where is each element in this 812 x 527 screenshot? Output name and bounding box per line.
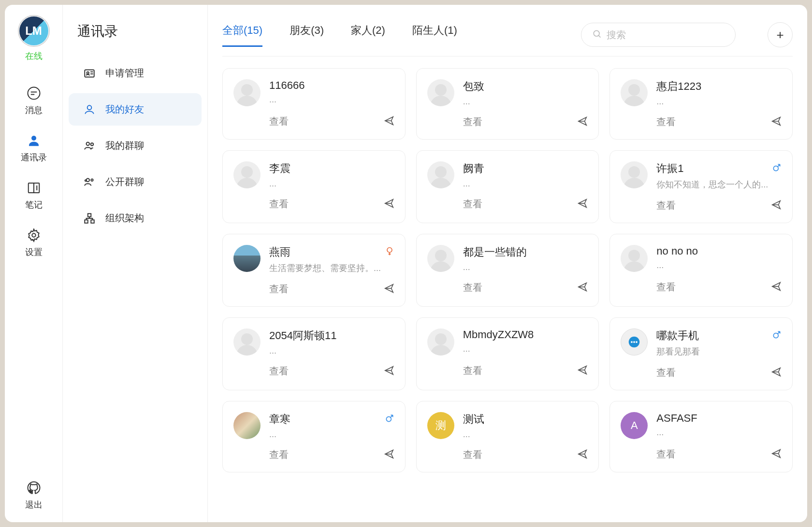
svg-point-10: [91, 179, 93, 181]
rail-item-settings[interactable]: 设置: [25, 228, 43, 258]
sidebar-item-label: 公开群聊: [105, 175, 144, 188]
contact-name: 包致: [463, 79, 588, 94]
contact-status: ...: [269, 429, 394, 440]
sidebar-item-label: 组织架构: [105, 212, 144, 225]
plus-icon: +: [776, 28, 783, 43]
contact-card: 测 测试 ... 查看: [416, 401, 599, 472]
svg-point-6: [87, 105, 92, 110]
sidebar-item-org[interactable]: 组织架构: [69, 202, 202, 234]
send-icon[interactable]: [577, 282, 588, 294]
avatar: [621, 79, 648, 106]
send-icon[interactable]: [771, 367, 782, 379]
send-icon[interactable]: [771, 199, 782, 212]
sidebar-item-apply[interactable]: 申请管理: [69, 57, 202, 89]
view-button[interactable]: 查看: [463, 448, 482, 461]
contact-name: 李震: [269, 161, 394, 176]
rail-item-contacts[interactable]: 通讯录: [21, 133, 47, 163]
svg-point-20: [633, 341, 635, 343]
send-icon[interactable]: [771, 281, 782, 294]
message-icon: [27, 86, 41, 100]
rail-item-logout[interactable]: 退出: [25, 481, 43, 511]
sidebar-item-groups[interactable]: 我的群聊: [69, 129, 202, 162]
user-avatar[interactable]: LM: [19, 16, 48, 45]
contact-card: 包致 ... 查看: [416, 68, 599, 140]
contact-status: ...: [463, 97, 588, 107]
add-button[interactable]: +: [768, 22, 793, 47]
view-button[interactable]: 查看: [656, 281, 676, 294]
search-box[interactable]: [581, 23, 736, 47]
tab-all[interactable]: 全部(15): [222, 23, 262, 47]
contact-name: 燕雨: [269, 245, 381, 259]
send-icon[interactable]: [384, 115, 394, 128]
contact-name: 哪款手机: [656, 328, 768, 343]
user-icon: [83, 103, 96, 116]
view-button[interactable]: 查看: [269, 198, 289, 211]
send-icon[interactable]: [384, 365, 394, 378]
app-window: LM 在线 消息 通讯录 笔记 设置: [5, 5, 807, 522]
svg-point-5: [87, 71, 89, 73]
send-icon[interactable]: [577, 116, 588, 128]
avatar: [621, 161, 648, 188]
view-button[interactable]: 查看: [656, 448, 676, 461]
contact-name: no no no: [656, 245, 782, 257]
rail-item-messages[interactable]: 消息: [25, 86, 43, 116]
sidebar-item-friends[interactable]: 我的好友: [69, 93, 202, 126]
search-input[interactable]: [607, 29, 729, 41]
sidebar-item-public[interactable]: 公开群聊: [69, 166, 202, 198]
contact-status: ...: [463, 262, 588, 272]
svg-point-15: [594, 30, 599, 36]
send-icon[interactable]: [384, 449, 394, 461]
contact-name: 许振1: [656, 161, 768, 176]
avatar: [233, 79, 261, 106]
contact-status: ...: [656, 427, 782, 438]
divider: [222, 56, 793, 57]
send-icon[interactable]: [577, 198, 588, 211]
main-panel: 全部(15) 朋友(3) 家人(2) 陌生人(1) + 116666: [208, 5, 807, 522]
view-button[interactable]: 查看: [656, 199, 676, 212]
contact-icon: [27, 133, 41, 148]
rail-item-label: 通讯录: [21, 152, 47, 163]
tab-strangers[interactable]: 陌生人(1): [412, 23, 457, 47]
contact-card: 燕雨 生活需要梦想、需要坚持。... 查看: [222, 234, 406, 307]
gear-icon: [27, 228, 41, 242]
avatar: 测: [427, 412, 454, 439]
contact-status: ...: [269, 346, 394, 356]
view-button[interactable]: 查看: [269, 365, 289, 378]
view-button[interactable]: 查看: [269, 115, 289, 128]
contact-name: 116666: [269, 79, 394, 92]
send-icon[interactable]: [771, 448, 782, 461]
send-icon[interactable]: [577, 449, 588, 461]
rail-item-label: 笔记: [25, 199, 43, 211]
view-button[interactable]: 查看: [269, 283, 289, 296]
svg-point-0: [28, 87, 40, 100]
contact-name: 测试: [463, 412, 588, 427]
svg-rect-12: [88, 214, 91, 217]
org-icon: [83, 212, 96, 225]
rail-item-label: 退出: [25, 499, 43, 511]
contact-name: ASFASF: [656, 412, 782, 425]
avatar: [233, 412, 261, 439]
avatar: [427, 79, 454, 106]
view-button[interactable]: 查看: [463, 115, 482, 128]
contact-status: 那看见那看: [656, 346, 782, 357]
send-icon[interactable]: [577, 365, 588, 377]
view-button[interactable]: 查看: [656, 115, 676, 128]
view-button[interactable]: 查看: [463, 198, 482, 211]
contact-card: 李震 ... 查看: [222, 150, 406, 223]
avatar: [233, 161, 261, 188]
avatar: A: [621, 412, 648, 439]
view-button[interactable]: 查看: [463, 364, 482, 377]
send-icon[interactable]: [384, 283, 394, 296]
contact-status: 你知不知道，思念一个人的...: [656, 179, 782, 190]
contact-card: no no no ... 查看: [609, 234, 793, 307]
send-icon[interactable]: [771, 116, 782, 128]
view-button[interactable]: 查看: [656, 366, 676, 379]
rail-item-notes[interactable]: 笔记: [25, 181, 43, 211]
view-button[interactable]: 查看: [269, 448, 289, 461]
tab-family[interactable]: 家人(2): [351, 23, 385, 47]
tab-friends[interactable]: 朋友(3): [290, 23, 324, 47]
contact-status: 生活需要梦想、需要坚持。...: [269, 262, 394, 274]
send-icon[interactable]: [384, 198, 394, 211]
view-button[interactable]: 查看: [463, 281, 482, 294]
svg-point-3: [32, 233, 36, 237]
